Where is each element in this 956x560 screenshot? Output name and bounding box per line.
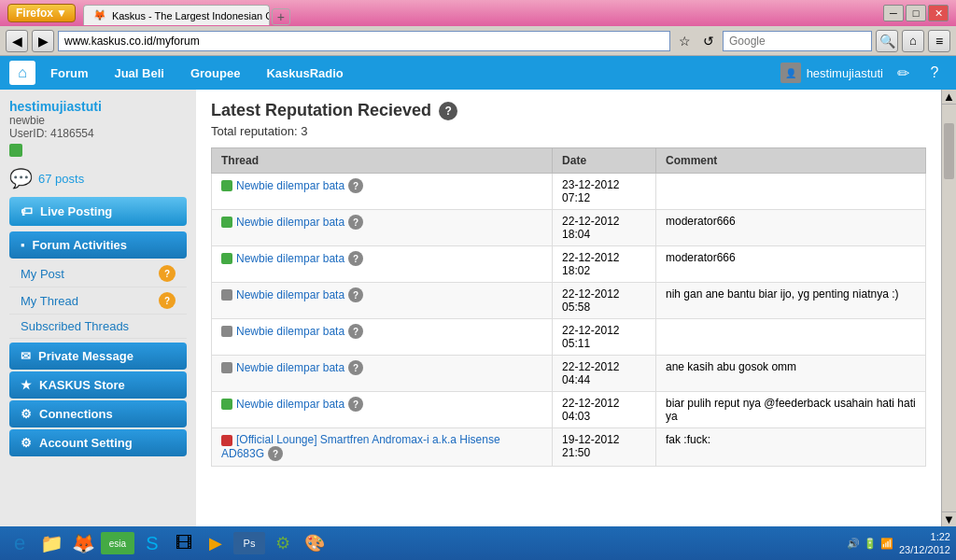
tray-icon-3: 📶 bbox=[880, 538, 893, 550]
new-tab-button[interactable]: + bbox=[272, 8, 290, 25]
cell-comment: biar pulih reput nya @feederback usahain… bbox=[655, 392, 925, 428]
nav-jual-beli[interactable]: Jual Beli bbox=[103, 61, 175, 86]
table-row: Newbie dilempar bata?22-12-2012 04:03bia… bbox=[212, 392, 926, 428]
thread-link[interactable]: Newbie dilempar bata bbox=[236, 252, 344, 265]
maximize-button[interactable]: □ bbox=[906, 5, 926, 21]
minimize-button[interactable]: ─ bbox=[883, 5, 904, 21]
chat-icon: 💬 bbox=[9, 167, 33, 189]
cell-thread: Newbie dilempar bata? bbox=[212, 283, 553, 319]
esia-icon[interactable]: esia bbox=[101, 532, 134, 554]
reputation-dot bbox=[221, 435, 232, 446]
private-message-button[interactable]: ✉ Private Message bbox=[9, 343, 187, 370]
cell-comment: moderator666 bbox=[655, 210, 925, 246]
nav-forum[interactable]: Forum bbox=[39, 61, 99, 86]
posts-link[interactable]: 67 posts bbox=[38, 172, 84, 186]
thread-help-icon[interactable]: ? bbox=[348, 287, 363, 302]
cell-comment bbox=[655, 174, 925, 210]
thread-help-icon[interactable]: ? bbox=[348, 360, 363, 375]
thread-link[interactable]: Newbie dilempar bata bbox=[236, 398, 344, 411]
reputation-table: Thread Date Comment Newbie dilempar bata… bbox=[211, 147, 926, 467]
active-tab[interactable]: 🦊 Kaskus - The Largest Indonesian Comm..… bbox=[83, 5, 270, 25]
thread-help-icon[interactable]: ? bbox=[348, 215, 363, 230]
thread-link[interactable]: Newbie dilempar bata bbox=[236, 288, 344, 301]
avatar: 👤 bbox=[780, 63, 801, 83]
scrollbar-thumb[interactable] bbox=[944, 123, 954, 179]
nav-groupee[interactable]: Groupee bbox=[179, 61, 251, 86]
scrollbar-down-button[interactable]: ▼ bbox=[942, 511, 956, 526]
thread-help-icon[interactable]: ? bbox=[348, 251, 363, 266]
nav-kaskus-radio[interactable]: KaskusRadio bbox=[255, 61, 354, 86]
thread-link[interactable]: [Official Lounge] Smartfren Andromax-i a… bbox=[221, 433, 500, 460]
kaskus-store-button[interactable]: ★ KASKUS Store bbox=[9, 371, 187, 399]
posts-row: 💬 67 posts bbox=[9, 167, 187, 189]
search-button[interactable]: 🔍 bbox=[876, 30, 898, 52]
thread-link[interactable]: Newbie dilempar bata bbox=[236, 325, 344, 338]
firefox-label: Firefox bbox=[16, 7, 53, 20]
explorer-icon[interactable]: 📁 bbox=[37, 529, 65, 557]
col-date: Date bbox=[553, 148, 656, 174]
sidebar: hestimujiastuti newbie UserID: 4186554 💬… bbox=[0, 90, 196, 526]
my-post-badge: ? bbox=[159, 265, 176, 282]
account-setting-button[interactable]: ⚙ Account Setting bbox=[9, 429, 187, 456]
scrollbar[interactable]: ▲ ▼ bbox=[941, 90, 956, 526]
nav-home-button[interactable]: ⌂ bbox=[9, 61, 35, 85]
tab-icon: 🦊 bbox=[93, 9, 106, 21]
film-icon[interactable]: 🎞 bbox=[170, 529, 198, 557]
my-thread-badge: ? bbox=[159, 292, 176, 309]
thread-link[interactable]: Newbie dilempar bata bbox=[236, 216, 344, 229]
cell-thread: Newbie dilempar bata? bbox=[212, 210, 553, 246]
thread-help-icon[interactable]: ? bbox=[348, 324, 363, 339]
sidebar-item-my-thread[interactable]: My Thread ? bbox=[9, 287, 187, 315]
cell-date: 22-12-2012 18:02 bbox=[553, 246, 656, 283]
thread-link[interactable]: Newbie dilempar bata bbox=[236, 361, 344, 374]
table-row: Newbie dilempar bata?22-12-2012 18:04mod… bbox=[212, 210, 926, 246]
connections-button[interactable]: ⚙ Connections bbox=[9, 400, 187, 427]
forum-activities-button[interactable]: ▪ Forum Activities bbox=[9, 231, 187, 259]
nav-right: 👤 hestimujiastuti ✏ ? bbox=[780, 61, 947, 85]
sidebar-role: newbie bbox=[9, 114, 187, 127]
firefox-taskbar-icon[interactable]: 🦊 bbox=[69, 529, 97, 557]
sidebar-item-my-post[interactable]: My Post ? bbox=[9, 260, 187, 287]
posts-count: 67 bbox=[38, 172, 51, 186]
live-posting-button[interactable]: 🏷 Live Posting bbox=[9, 197, 187, 226]
reload-button[interactable]: ↺ bbox=[698, 31, 719, 51]
section-title: Latest Reputation Recieved ? bbox=[211, 101, 926, 120]
url-input[interactable] bbox=[58, 31, 670, 51]
reputation-dot bbox=[221, 326, 232, 337]
forum-activities-icon: ▪ bbox=[21, 238, 25, 252]
bookmark-star-icon[interactable]: ☆ bbox=[674, 31, 695, 51]
forward-button[interactable]: ▶ bbox=[32, 30, 54, 52]
close-button[interactable]: ✕ bbox=[928, 5, 949, 21]
cell-date: 19-12-2012 21:50 bbox=[553, 428, 656, 467]
cell-date: 22-12-2012 04:44 bbox=[553, 356, 656, 392]
help-icon[interactable]: ? bbox=[922, 61, 947, 85]
system-tray: 🔊 🔋 📶 bbox=[847, 538, 893, 550]
sidebar-item-subscribed-threads[interactable]: Subscribed Threads bbox=[9, 315, 187, 339]
forum-activities-label: Forum Activities bbox=[33, 238, 127, 252]
sidebar-username[interactable]: hestimujiastuti bbox=[9, 99, 102, 114]
search-input[interactable] bbox=[723, 31, 872, 51]
title-bar: Firefox ▼ 🦊 Kaskus - The Largest Indones… bbox=[0, 0, 956, 26]
thread-help-icon[interactable]: ? bbox=[268, 446, 283, 461]
edit-icon[interactable]: ✏ bbox=[891, 61, 915, 85]
live-posting-icon: 🏷 bbox=[21, 204, 33, 218]
app-icon-6[interactable]: ⚙ bbox=[269, 529, 297, 557]
back-button[interactable]: ◀ bbox=[6, 30, 28, 52]
section-title-text: Latest Reputation Recieved bbox=[211, 101, 431, 120]
thread-link[interactable]: Newbie dilempar bata bbox=[236, 179, 344, 192]
thread-help-icon[interactable]: ? bbox=[348, 397, 363, 412]
section-help-icon[interactable]: ? bbox=[439, 102, 457, 120]
home-button[interactable]: ⌂ bbox=[902, 30, 924, 52]
kaskus-store-icon: ★ bbox=[21, 378, 32, 392]
media-icon[interactable]: ▶ bbox=[202, 529, 230, 557]
thread-help-icon[interactable]: ? bbox=[348, 178, 363, 193]
app-icon-7[interactable]: 🎨 bbox=[301, 529, 329, 557]
photoshop-icon[interactable]: Ps bbox=[233, 532, 265, 554]
ie-icon[interactable]: e bbox=[6, 529, 34, 557]
menu-button[interactable]: ≡ bbox=[928, 30, 950, 52]
skype-icon[interactable]: S bbox=[138, 529, 166, 557]
reputation-dot bbox=[221, 180, 232, 191]
firefox-menu-button[interactable]: Firefox ▼ bbox=[7, 4, 76, 22]
scrollbar-up-button[interactable]: ▲ bbox=[942, 90, 956, 105]
cell-comment: nih gan ane bantu biar ijo, yg penting n… bbox=[655, 283, 925, 319]
